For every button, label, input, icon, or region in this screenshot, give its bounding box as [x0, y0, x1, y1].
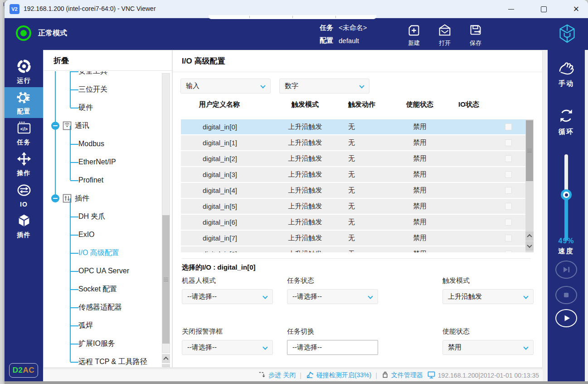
- file-manager-button[interactable]: 文件管理器: [381, 371, 423, 380]
- stop-button[interactable]: [555, 286, 577, 304]
- cell-action: 无: [348, 234, 394, 242]
- tree-item[interactable]: 三位开关: [44, 80, 172, 98]
- task-status-select[interactable]: --请选择--: [287, 289, 378, 304]
- cell-action: 无: [348, 138, 394, 147]
- stop-icon: [561, 290, 571, 300]
- step-mode-status[interactable]: 步进 关闭: [258, 370, 296, 380]
- scroll-up-button[interactable]: [525, 231, 534, 241]
- enable-status-select[interactable]: 禁用: [442, 340, 534, 355]
- table-scrollbar[interactable]: [525, 119, 534, 252]
- cell-action: 无: [348, 202, 394, 211]
- tree-item[interactable]: OPC UA Server: [44, 262, 172, 280]
- io-table-row[interactable]: digital_in[4]上升沿触发无禁用: [181, 183, 525, 198]
- tree-item[interactable]: Modbus: [44, 135, 172, 153]
- io-state-checkbox[interactable]: [505, 187, 512, 194]
- io-state-checkbox[interactable]: [505, 235, 512, 241]
- cell-action: 无: [348, 123, 394, 131]
- play-button[interactable]: [555, 309, 577, 327]
- sidebar-item-operate[interactable]: 操作: [5, 149, 43, 180]
- io-state-checkbox[interactable]: [505, 219, 512, 226]
- tree-item[interactable]: 通讯: [44, 117, 172, 135]
- header-action-open[interactable]: 打开: [437, 22, 452, 47]
- field-value: --请选择--: [292, 292, 322, 301]
- header-action-save[interactable]: 保存: [468, 22, 483, 47]
- speed-slider[interactable]: [564, 154, 568, 241]
- tree-item[interactable]: 硬件: [44, 98, 172, 117]
- page-title: I/O 高级配置: [173, 50, 542, 72]
- collapse-badge-icon[interactable]: [51, 122, 59, 130]
- tree-item[interactable]: Profinet: [44, 171, 172, 189]
- collapse-badge-icon[interactable]: [51, 194, 59, 202]
- step-forward-button[interactable]: [555, 261, 577, 279]
- io-table-row[interactable]: digital_in[5]上升沿触发无禁用: [181, 199, 525, 214]
- io-table-row[interactable]: digital_in[2]上升沿触发无禁用: [181, 151, 525, 166]
- cell-enable: 禁用: [394, 170, 446, 179]
- io-table-row[interactable]: digital_in[0]上升沿触发无禁用: [181, 119, 525, 134]
- robot-mode-select[interactable]: --请选择--: [182, 289, 273, 304]
- maximize-button[interactable]: [538, 4, 549, 15]
- io-table-row[interactable]: digital_in[7]上升沿触发无禁用: [181, 231, 525, 246]
- io-state-checkbox[interactable]: [505, 139, 512, 146]
- sidebar-item-plugin[interactable]: 插件: [5, 211, 43, 241]
- cell-trigger: 上升沿触发: [262, 202, 348, 211]
- config-value: default: [339, 37, 359, 44]
- io-type-select[interactable]: 数字: [279, 79, 369, 94]
- close-alarm-popup-select[interactable]: --请选择--: [182, 340, 273, 355]
- tree-item[interactable]: 安全工具: [44, 71, 172, 80]
- io-state-checkbox[interactable]: [505, 171, 512, 178]
- header-action-new[interactable]: 新建: [406, 22, 422, 47]
- tree-item[interactable]: ExIO: [44, 226, 172, 244]
- io-state-checkbox[interactable]: [505, 251, 512, 252]
- io-table-row[interactable]: digital_in[3]上升沿触发无禁用: [181, 167, 525, 182]
- slider-handle[interactable]: [561, 189, 572, 200]
- monitor-icon: [427, 370, 436, 380]
- chevron-down-icon: [260, 83, 265, 88]
- minimize-button[interactable]: [505, 4, 516, 15]
- tree-item[interactable]: 扩展IO服务: [44, 335, 172, 353]
- sidebar-item-task[interactable]: </>任务: [5, 118, 43, 149]
- tree-item[interactable]: Socket 配置: [44, 280, 172, 298]
- close-button[interactable]: [571, 4, 582, 15]
- cell-enable: 禁用: [394, 250, 446, 252]
- io-direction-select[interactable]: 输入: [180, 79, 271, 94]
- tree-item[interactable]: 弧焊: [44, 316, 172, 335]
- collision-detection-status[interactable]: 碰撞检测开启(33%): [306, 370, 371, 380]
- tree-item[interactable]: I/O 高级配置: [44, 244, 172, 262]
- tree-item[interactable]: 插件: [44, 189, 172, 207]
- sidebar-item-io[interactable]: IO: [5, 180, 43, 211]
- tree-scrollbar[interactable]: [162, 73, 170, 353]
- plugnode-icon: [63, 194, 72, 203]
- io-table-row[interactable]: digital_in[6]上升沿触发无禁用: [181, 215, 525, 230]
- tree-item[interactable]: EtherNet/IP: [44, 153, 172, 171]
- trigger-mode-select[interactable]: 上升沿触发: [442, 289, 534, 304]
- tree-item-label: 远程 TCP & 工具路径: [78, 357, 147, 367]
- io-table-row[interactable]: digital_in[8]上升沿触发无禁用: [181, 246, 525, 252]
- manual-mode-button[interactable]: 手动: [548, 61, 585, 88]
- field-label: 机器人模式: [182, 276, 287, 285]
- scrollbar-thumb[interactable]: [162, 215, 170, 344]
- io-state-checkbox[interactable]: [505, 123, 512, 130]
- scroll-up-button[interactable]: [162, 354, 170, 363]
- scroll-down-button[interactable]: [525, 241, 534, 251]
- tree-item[interactable]: 传感器适配器: [44, 298, 172, 316]
- io-state-checkbox[interactable]: [505, 155, 512, 162]
- collapse-all-button[interactable]: 折叠: [44, 50, 172, 71]
- vnc-toolbar-tab[interactable]: [209, 15, 376, 19]
- scrollbar-thumb[interactable]: [526, 120, 533, 181]
- io-state-checkbox[interactable]: [505, 203, 512, 210]
- scroll-down-button[interactable]: [162, 364, 170, 368]
- sidebar-item-label: 运行: [17, 77, 31, 85]
- tree-item[interactable]: DH 夹爪: [44, 207, 172, 226]
- table-header: 用户定义名称触发模式触发动作使能状态IO状态: [181, 100, 525, 109]
- cell-name: digital_in[2]: [203, 155, 262, 162]
- chevron-down-icon: [523, 345, 528, 350]
- tree-item[interactable]: 远程 TCP & 工具路径: [44, 353, 172, 367]
- task-switch-input[interactable]: --请选择--: [287, 340, 378, 355]
- io-table-row[interactable]: digital_in[1]上升沿触发无禁用: [181, 135, 525, 150]
- chevron-down-icon: [262, 294, 267, 299]
- sidebar-item-run[interactable]: 运行: [5, 56, 43, 87]
- sidebar-item-config[interactable]: 配置: [5, 87, 43, 118]
- operate-icon: [16, 151, 32, 168]
- sidebar-item-label: 操作: [17, 169, 31, 177]
- cycle-mode-button[interactable]: 循环: [548, 107, 585, 136]
